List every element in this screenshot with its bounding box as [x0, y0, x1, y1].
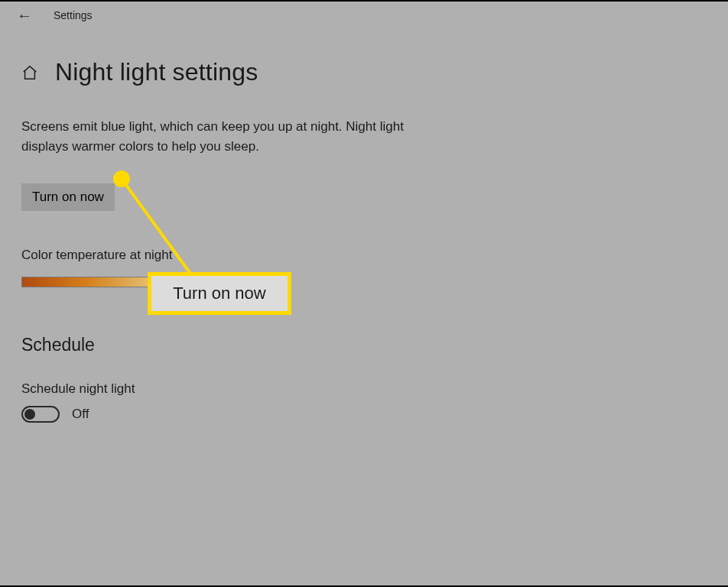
toggle-knob — [24, 409, 35, 420]
back-icon[interactable]: ← — [17, 8, 32, 23]
title-bar: ← Settings — [0, 2, 728, 23]
page-title: Night light settings — [55, 58, 258, 86]
schedule-toggle[interactable] — [21, 406, 60, 423]
turn-on-now-button[interactable]: Turn on now — [21, 183, 115, 211]
slider-track — [21, 277, 275, 287]
page-description: Screens emit blue light, which can keep … — [21, 117, 450, 157]
schedule-toggle-state: Off — [72, 407, 89, 422]
slider-thumb[interactable] — [153, 274, 161, 290]
page-title-row: Night light settings — [21, 58, 707, 86]
schedule-toggle-row: Off — [21, 406, 707, 423]
color-temperature-label: Color temperature at night — [21, 248, 707, 263]
schedule-night-light-label: Schedule night light — [21, 381, 707, 397]
settings-content: Night light settings Screens emit blue l… — [0, 23, 728, 423]
color-temperature-slider[interactable] — [21, 277, 275, 287]
schedule-heading: Schedule — [21, 335, 707, 355]
app-title: Settings — [54, 9, 93, 21]
home-icon[interactable] — [21, 64, 38, 81]
